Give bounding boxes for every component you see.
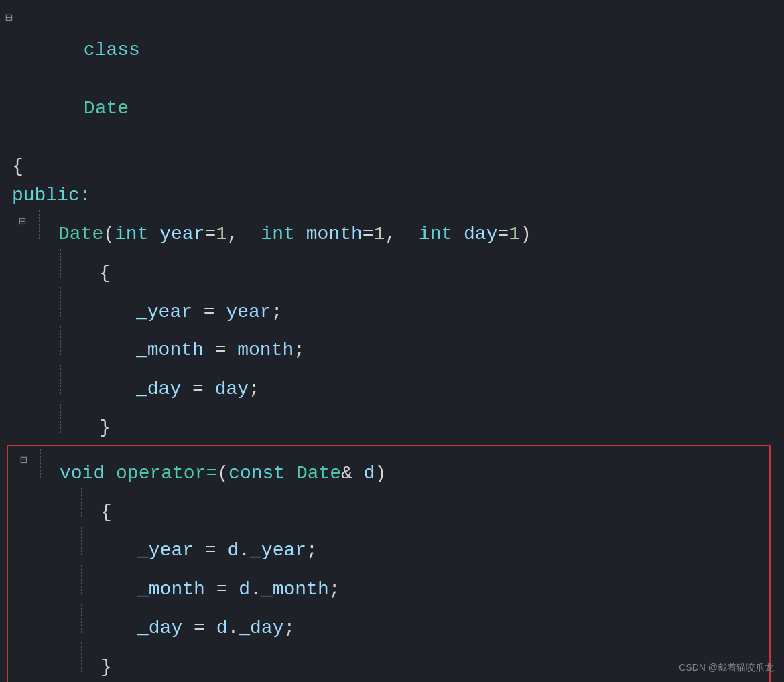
vline-4 bbox=[60, 287, 61, 316]
vline-11 bbox=[80, 404, 80, 433]
ctor-close-brace: } bbox=[99, 413, 111, 442]
line-year-assign: _year = year; bbox=[7, 287, 784, 326]
vline-op-11 bbox=[81, 642, 82, 671]
line-op-day: _day = d._day; bbox=[8, 604, 769, 643]
line-class: ⊟ class Date bbox=[7, 7, 784, 152]
watermark: CSDN @戴着猫咬爪龙 bbox=[679, 661, 774, 675]
op-open-brace: { bbox=[101, 498, 112, 527]
kw-const: const bbox=[228, 459, 285, 488]
op-d-month: d bbox=[239, 575, 250, 604]
line-day-assign: _day = day; bbox=[7, 365, 784, 404]
op-d-day: d bbox=[216, 614, 228, 642]
line-op-year: _year = d._year; bbox=[8, 527, 769, 565]
num-2: 1 bbox=[374, 220, 385, 249]
class-date-ref: Date bbox=[296, 459, 341, 488]
vline-op-4 bbox=[62, 527, 62, 555]
vline-op-5 bbox=[81, 527, 82, 555]
constructor-name: Date bbox=[58, 220, 103, 249]
highlighted-operator-block: ⊟ void operator=(const Date& d) { _year … bbox=[7, 445, 771, 682]
vline-5 bbox=[80, 287, 80, 316]
op-year-field: _year bbox=[250, 536, 306, 565]
fold-icon-operator[interactable]: ⊟ bbox=[20, 452, 27, 470]
month-var: month bbox=[237, 336, 293, 364]
vline-3 bbox=[80, 249, 80, 278]
fold-icon-class[interactable]: ⊟ bbox=[5, 9, 13, 28]
num-3: 1 bbox=[509, 220, 520, 249]
num-1: 1 bbox=[216, 220, 227, 249]
line-open-brace: { bbox=[7, 152, 784, 181]
keyword-public: public: bbox=[12, 181, 91, 210]
vline-1 bbox=[39, 210, 40, 239]
line-op-month: _month = d._month; bbox=[8, 565, 769, 604]
vline-op-10 bbox=[62, 642, 62, 671]
code-container: ⊟ class Date { public: ⊟ Date(int year=1… bbox=[0, 0, 784, 682]
param-month: month bbox=[306, 220, 363, 249]
line-op-close: } bbox=[8, 642, 769, 681]
line-constructor: ⊟ Date(int year=1, int month=1, int day=… bbox=[7, 210, 784, 249]
param-year: year bbox=[159, 220, 204, 249]
vline-op-7 bbox=[81, 565, 82, 594]
line-op-open: { bbox=[8, 488, 769, 527]
op-name: operator= bbox=[116, 459, 217, 488]
kw-void: void bbox=[60, 459, 105, 488]
vline-op-3 bbox=[81, 488, 82, 517]
keyword-class: class bbox=[84, 40, 140, 60]
op-month-field: _month bbox=[261, 575, 329, 604]
op-day-field: _day bbox=[239, 614, 283, 642]
open-brace: { bbox=[12, 152, 23, 181]
vline-7 bbox=[80, 326, 80, 355]
vline-2 bbox=[60, 249, 61, 278]
op-month-text: _month bbox=[137, 575, 205, 604]
line-ctor-close: } bbox=[7, 404, 784, 443]
line-ctor-open: { bbox=[7, 249, 784, 288]
month-assign-text: _month bbox=[136, 336, 204, 364]
year-assign-text: _year bbox=[136, 297, 192, 326]
vline-10 bbox=[60, 404, 61, 433]
vline-op-2 bbox=[62, 488, 62, 517]
op-year-text: _year bbox=[137, 536, 194, 565]
class-name-date: Date bbox=[84, 98, 129, 119]
day-assign-text: _day bbox=[136, 374, 181, 403]
vline-op-8 bbox=[62, 604, 62, 633]
vline-6 bbox=[60, 326, 61, 355]
vline-op-1 bbox=[40, 449, 41, 478]
fold-icon-constructor[interactable]: ⊟ bbox=[19, 213, 26, 232]
kw-int-1: int bbox=[115, 220, 148, 249]
param-d: d bbox=[364, 459, 375, 488]
year-var: year bbox=[226, 297, 271, 326]
line-month-assign: _month = month; bbox=[7, 326, 784, 365]
line-operator: ⊟ void operator=(const Date& d) bbox=[8, 449, 769, 488]
vline-8 bbox=[60, 365, 61, 394]
ctor-open-brace: { bbox=[99, 259, 111, 287]
vline-op-9 bbox=[81, 604, 82, 633]
vline-op-6 bbox=[62, 565, 62, 594]
day-var: day bbox=[215, 374, 249, 403]
vline-9 bbox=[80, 365, 80, 394]
kw-int-2: int bbox=[261, 220, 295, 249]
line-public: public: bbox=[7, 181, 784, 210]
op-close-brace: } bbox=[101, 653, 112, 681]
op-d-year: d bbox=[227, 536, 239, 565]
param-day: day bbox=[464, 220, 497, 249]
kw-int-3: int bbox=[419, 220, 452, 249]
op-day-text: _day bbox=[137, 614, 182, 642]
